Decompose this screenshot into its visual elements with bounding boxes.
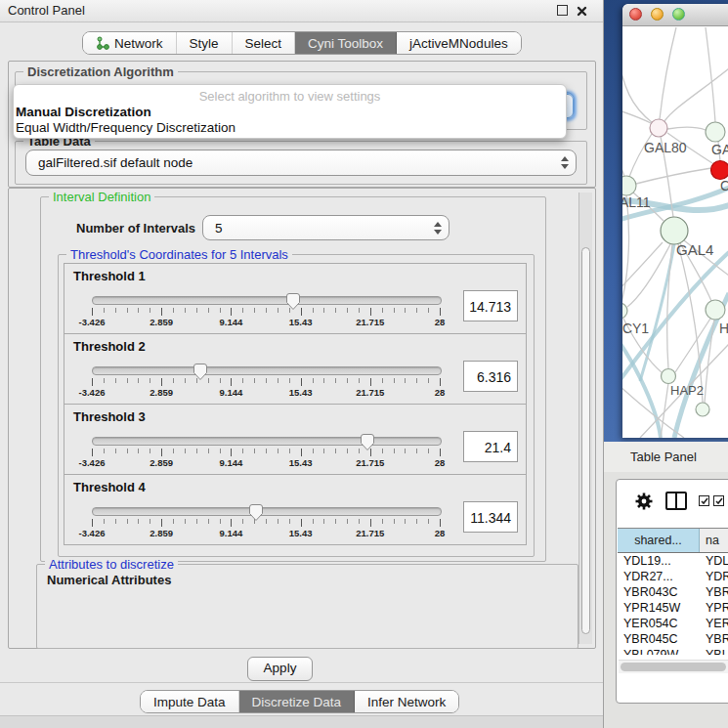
network-edge[interactable]	[660, 27, 676, 119]
axis-tick	[231, 519, 232, 527]
cell-shared-name[interactable]: YBR045C	[618, 631, 700, 647]
slider-tick-labels: -3.4262.8599.14415.4321.71528	[92, 457, 440, 469]
table-row[interactable]: YBL079WYBL0	[618, 647, 728, 655]
network-node[interactable]	[696, 403, 709, 416]
dropdown-option[interactable]: Manual Discretization	[14, 105, 566, 120]
network-edge[interactable]	[664, 68, 728, 121]
float-icon[interactable]	[557, 5, 568, 16]
close-icon[interactable]	[577, 5, 587, 16]
slider-track[interactable]	[92, 437, 442, 446]
scrollbar-thumb[interactable]	[581, 247, 590, 634]
tab-jactivemnodules[interactable]: jActiveMNodules	[397, 32, 521, 54]
network-edge[interactable]	[622, 27, 653, 123]
axis-tick	[92, 308, 93, 316]
split-view-icon[interactable]	[665, 492, 687, 510]
table-row[interactable]: YER054CYER0	[618, 616, 728, 631]
axis-tick	[370, 449, 371, 456]
table-row[interactable]: YDR27...YDR2	[618, 569, 728, 584]
threshold-value-field[interactable]: 6.316	[463, 361, 518, 392]
network-edge[interactable]	[622, 147, 624, 177]
cell-shared-name[interactable]: YPR145W	[618, 600, 700, 616]
gear-icon[interactable]	[634, 492, 654, 514]
network-node-label: GAL11	[622, 194, 651, 210]
combo-spinner-icon	[554, 156, 576, 169]
network-node-c[interactable]	[711, 161, 728, 180]
settings-scrollbar[interactable]	[578, 193, 592, 644]
threshold-value-field[interactable]: 21.4	[463, 431, 518, 462]
cell-shared-name[interactable]: YBL079W	[618, 647, 700, 655]
tab-network[interactable]: Network	[83, 32, 177, 54]
cell-name[interactable]: YBL0	[700, 647, 728, 655]
cell-name[interactable]: YBR0	[700, 631, 728, 647]
network-edge[interactable]	[706, 27, 715, 122]
network-node-gal11[interactable]	[622, 176, 636, 195]
cell-shared-name[interactable]: YBR043C	[618, 584, 700, 600]
cell-shared-name[interactable]: YDR27...	[618, 569, 700, 584]
tab-discretize-data[interactable]: Discretize Data	[239, 691, 356, 712]
threshold-label: Threshold 4	[73, 480, 146, 494]
interval-definition-label: Interval Definition	[49, 190, 154, 204]
slider-tick-row	[92, 308, 440, 316]
axis-tick	[370, 378, 371, 386]
column-header-shared-name[interactable]: shared...	[618, 529, 700, 552]
tab-cyni-toolbox[interactable]: Cyni Toolbox	[295, 32, 397, 54]
network-node-gal80[interactable]	[650, 119, 667, 137]
table-row[interactable]: YPR145WYPR1	[618, 600, 728, 616]
network-node-ga[interactable]	[706, 122, 725, 142]
cell-name[interactable]: YPR1	[700, 600, 728, 616]
network-node-gcy1[interactable]	[622, 303, 627, 319]
dropdown-option[interactable]: Equal Width/Frequency Discretization	[14, 120, 566, 136]
axis-tick-label: -3.426	[79, 528, 106, 538]
network-edge-thick[interactable]	[640, 244, 674, 381]
tab-style[interactable]: Style	[177, 32, 233, 54]
threshold-value-field[interactable]: 11.344	[463, 501, 518, 533]
zoom-traffic-light[interactable]	[672, 8, 685, 21]
table-row[interactable]: YBR043CYBR0	[618, 584, 728, 600]
cell-name[interactable]: YDL1	[700, 553, 728, 569]
network-edge[interactable]	[661, 383, 668, 438]
tab-infer-network[interactable]: Infer Network	[355, 691, 458, 712]
network-node-gal4[interactable]	[661, 217, 688, 244]
table-data-combobox[interactable]: galFiltered.sif default node	[25, 150, 577, 176]
slider-track[interactable]	[92, 366, 442, 375]
num-intervals-combobox[interactable]: 5	[202, 215, 450, 240]
threshold-panel: Threshold 3 -3.4262.8599.14415.4321.7152…	[64, 404, 527, 475]
table-row[interactable]: YDL19...YDL1	[618, 553, 728, 569]
checkbox-icon[interactable]	[699, 495, 709, 506]
network-edge[interactable]	[667, 127, 706, 130]
table-panel-header: Table Panel	[604, 442, 728, 473]
threshold-value-field[interactable]: 14.713	[463, 290, 518, 321]
network-edge[interactable]	[622, 106, 651, 123]
cell-name[interactable]: YER0	[700, 616, 728, 631]
network-edge[interactable]	[622, 195, 629, 303]
slider-track[interactable]	[92, 507, 442, 516]
checkbox-icon[interactable]	[713, 495, 724, 506]
network-graph[interactable]: GAL80GACGAL11GAL4GCY1HHAP2	[622, 25, 728, 438]
cell-shared-name[interactable]: YDL19...	[618, 553, 700, 569]
table-row[interactable]: YBR045CYBR0	[618, 631, 728, 647]
axis-tick-label: 9.144	[220, 457, 243, 468]
close-traffic-light[interactable]	[629, 8, 642, 21]
cell-shared-name[interactable]: YER054C	[618, 616, 700, 631]
axis-tick	[161, 378, 162, 386]
tab-select[interactable]: Select	[233, 32, 296, 54]
network-node-h[interactable]	[706, 300, 725, 320]
scrollbar-thumb[interactable]	[621, 663, 726, 671]
network-node-hap2[interactable]	[662, 369, 676, 384]
network-icon	[96, 36, 109, 51]
column-header-name[interactable]: na	[700, 529, 728, 552]
table-horizontal-scrollbar[interactable]	[619, 660, 728, 673]
network-edge[interactable]	[636, 168, 711, 184]
tab-impute-data[interactable]: Impute Data	[141, 691, 239, 712]
table-panel-box: shared... na YDL19...YDL1YDR27...YDR2YBR…	[616, 479, 728, 704]
apply-button[interactable]: Apply	[247, 657, 313, 681]
cell-name[interactable]: YDR2	[700, 569, 728, 584]
cell-name[interactable]: YBR0	[700, 584, 728, 600]
thresholds-group: Threshold's Coordinates for 5 Intervals …	[58, 254, 535, 557]
threshold-panel: Threshold 1 -3.4262.8599.14415.4321.7152…	[64, 263, 527, 334]
minimize-traffic-light[interactable]	[651, 8, 664, 21]
axis-tick-label: 21.715	[356, 528, 384, 538]
slider-track[interactable]	[92, 296, 442, 305]
axis-tick	[440, 449, 441, 456]
thresholds-list: Threshold 1 -3.4262.8599.14415.4321.7152…	[64, 264, 527, 545]
